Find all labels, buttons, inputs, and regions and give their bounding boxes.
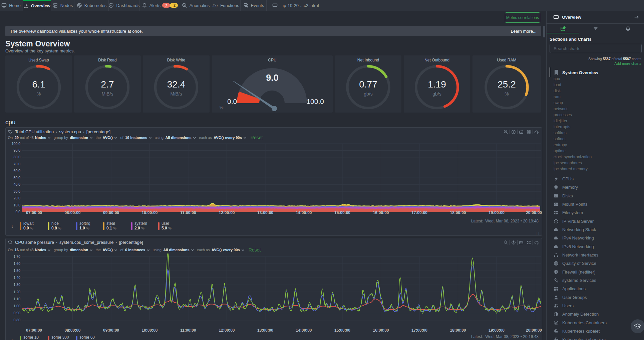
svg-text:12:00:00: 12:00:00: [219, 328, 235, 333]
svg-text:10:00:00: 10:00:00: [141, 210, 157, 215]
svg-text:60.0: 60.0: [14, 169, 21, 173]
svg-text:40.0: 40.0: [14, 182, 21, 186]
svg-text:08:00:00: 08:00:00: [64, 210, 80, 215]
svg-text:19:00:00: 19:00:00: [489, 328, 505, 333]
svg-text:1.70: 1.70: [14, 254, 21, 259]
svg-text:18:00:00: 18:00:00: [450, 328, 466, 333]
svg-text:100.0: 100.0: [12, 142, 20, 146]
svg-text:12:00:00: 12:00:00: [219, 210, 235, 215]
svg-text:10:00:00: 10:00:00: [141, 328, 157, 333]
svg-text:1.00: 1.00: [14, 304, 21, 308]
svg-text:30.0: 30.0: [14, 189, 21, 193]
svg-text:80.0: 80.0: [14, 155, 21, 159]
svg-text:17:00:00: 17:00:00: [411, 210, 427, 215]
svg-text:11:00:00: 11:00:00: [180, 210, 196, 215]
svg-text:08:00:00: 08:00:00: [64, 328, 80, 333]
svg-text:0.90: 0.90: [14, 311, 21, 315]
svg-text:0.0: 0.0: [15, 210, 20, 214]
svg-text:90.0: 90.0: [14, 148, 21, 152]
svg-text:18:00:00: 18:00:00: [450, 210, 466, 215]
svg-text:20:00:00: 20:00:00: [526, 210, 542, 215]
svg-text:1.10: 1.10: [14, 297, 21, 301]
svg-text:15:00:00: 15:00:00: [334, 210, 350, 215]
svg-text:14:00:00: 14:00:00: [296, 210, 312, 215]
svg-text:1.30: 1.30: [14, 283, 21, 287]
svg-text:10.0: 10.0: [14, 203, 21, 207]
svg-text:11:00:00: 11:00:00: [180, 328, 196, 333]
svg-text:19:00:00: 19:00:00: [489, 210, 505, 215]
svg-text:14:00:00: 14:00:00: [296, 328, 312, 333]
svg-text:1.60: 1.60: [14, 262, 21, 266]
svg-text:07:00:00: 07:00:00: [26, 328, 42, 333]
svg-text:50.0: 50.0: [14, 176, 21, 180]
svg-text:13:00:00: 13:00:00: [257, 210, 273, 215]
svg-text:20:00:00: 20:00:00: [526, 328, 542, 333]
svg-text:13:00:00: 13:00:00: [257, 328, 273, 333]
svg-text:f(x): f(x): [213, 3, 218, 8]
svg-text:16:00:00: 16:00:00: [373, 328, 389, 333]
svg-text:1.50: 1.50: [14, 269, 21, 273]
svg-text:09:00:00: 09:00:00: [103, 210, 119, 215]
svg-text:20.0: 20.0: [14, 196, 21, 200]
svg-text:09:00:00: 09:00:00: [103, 328, 119, 333]
svg-text:16:00:00: 16:00:00: [373, 210, 389, 215]
svg-text:17:00:00: 17:00:00: [411, 328, 427, 333]
svg-text:1.40: 1.40: [14, 276, 21, 280]
svg-text:70.0: 70.0: [14, 162, 21, 166]
svg-text:1.20: 1.20: [14, 290, 21, 294]
svg-text:07:00:00: 07:00:00: [26, 210, 42, 215]
svg-text:15:00:00: 15:00:00: [334, 328, 350, 333]
svg-text:0.80: 0.80: [14, 318, 21, 322]
